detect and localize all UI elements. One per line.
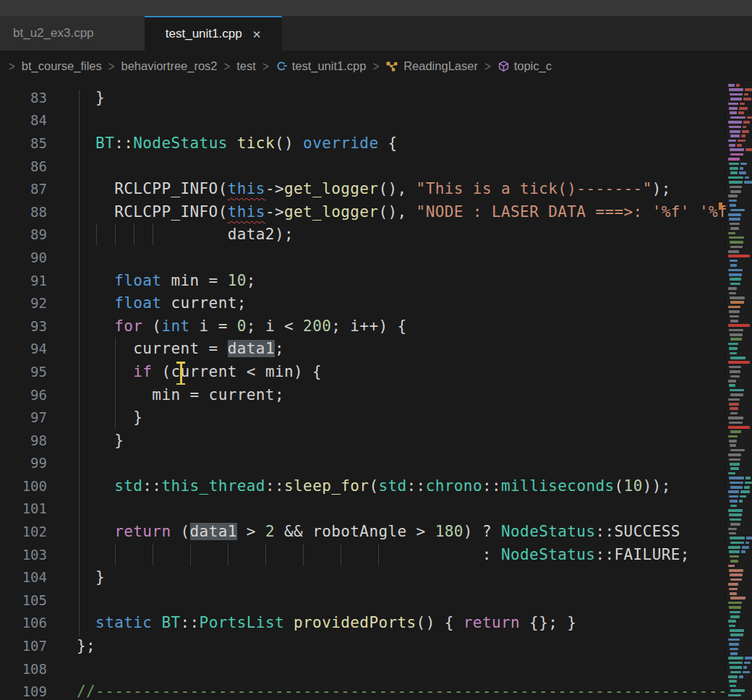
code-text: BT::NodeStatus tick() override { [77, 135, 398, 152]
code-line: 109//-----------------------------------… [0, 680, 752, 700]
line-number: 92 [0, 295, 47, 311]
breadcrumb-item-method[interactable]: topic_c [497, 59, 552, 73]
line-number: 85 [0, 135, 47, 151]
code-line: 93 for (int i = 0; i < 200; i++) { [0, 315, 752, 338]
line-number: 106 [0, 615, 47, 631]
code-text: for (int i = 0; i < 200; i++) { [77, 317, 407, 335]
code-line: 94 current = data1; [0, 338, 752, 361]
close-icon[interactable]: ✕ [252, 29, 262, 40]
chevron-right-icon: > [108, 58, 115, 73]
method-cube-icon [497, 60, 510, 72]
code-text: } [77, 568, 105, 586]
chevron-right-icon: > [224, 58, 231, 73]
line-number: 87 [0, 181, 47, 197]
chevron-right-icon: > [484, 58, 491, 73]
code-line: 97 } [0, 406, 752, 429]
line-number: 86 [0, 158, 47, 174]
code-line: 89 data2); [0, 223, 752, 247]
code-text: current = data1; [77, 340, 284, 357]
line-number: 105 [0, 592, 47, 608]
tab-label: test_unit1.cpp [166, 27, 242, 41]
breadcrumb-item-folder[interactable]: behaviortree_ros2 [121, 59, 218, 73]
line-number: 103 [0, 547, 47, 563]
code-line: 108 [0, 657, 752, 680]
cpp-file-icon [275, 60, 288, 72]
breadcrumb: > bt_course_files > behaviortree_ros2 > … [0, 51, 752, 81]
chevron-right-icon: > [9, 58, 15, 73]
tab-label: bt_u2_ex3.cpp [13, 26, 94, 40]
code-line: 99 [0, 452, 752, 475]
code-text: } [77, 409, 142, 426]
code-line: 88 RCLCPP_INFO(this->get_logger(), "NODE… [0, 200, 752, 223]
breadcrumb-item-folder[interactable]: bt_course_files [22, 59, 102, 73]
code-line: 101 [0, 498, 752, 521]
tab-test-unit1[interactable]: test_unit1.cpp ✕ [145, 16, 282, 51]
code-line: 90 [0, 246, 752, 269]
tab-bt-u2-ex3[interactable]: bt_u2_ex3.cpp [0, 16, 145, 51]
editor-tab-bar: bt_u2_ex3.cpp test_unit1.cpp ✕ [0, 16, 752, 51]
code-text: RCLCPP_INFO(this->get_logger(), "NODE : … [77, 203, 746, 221]
code-text: } [77, 89, 105, 106]
code-text: } [77, 432, 124, 449]
code-line: 85 BT::NodeStatus tick() override { [0, 132, 752, 155]
code-text: static BT::PortsList providedPorts() { r… [77, 614, 576, 631]
code-line: 92 float current; [0, 291, 752, 315]
minimap[interactable] [726, 81, 752, 700]
line-number: 108 [0, 661, 47, 677]
line-number: 88 [0, 204, 47, 220]
line-number: 97 [0, 409, 47, 425]
code-line: 95 if (current < min) { [0, 360, 752, 383]
code-line: 100 std::this_thread::sleep_for(std::chr… [0, 474, 752, 498]
line-number: 95 [0, 364, 47, 380]
code-line: 103 : NodeStatus::FAILURE; [0, 543, 752, 566]
line-number: 93 [0, 318, 47, 334]
window-titlebar [0, 0, 752, 16]
code-line: 87 RCLCPP_INFO(this->get_logger(), "This… [0, 177, 752, 200]
code-text: float min = 10; [77, 272, 256, 289]
class-icon [385, 60, 399, 72]
line-number: 94 [0, 341, 47, 357]
code-line: 84 [0, 109, 752, 132]
line-number: 101 [0, 500, 47, 516]
code-editor[interactable]: 83 }8485 BT::NodeStatus tick() override … [0, 81, 752, 700]
line-number: 83 [0, 90, 47, 106]
line-number: 98 [0, 432, 47, 448]
breadcrumb-item-file[interactable]: test_unit1.cpp [275, 59, 367, 73]
line-number: 84 [0, 112, 47, 128]
line-number: 89 [0, 226, 47, 242]
line-number: 102 [0, 524, 47, 539]
line-number: 96 [0, 387, 47, 403]
code-text: if (current < min) { [77, 363, 322, 380]
line-number: 104 [0, 569, 47, 585]
code-line: 102 return (data1 > 2 && robotAngle > 18… [0, 520, 752, 543]
code-text: //--------------------------------------… [77, 683, 752, 700]
overview-ruler-warning-marker [719, 202, 722, 210]
code-text: min = current; [77, 386, 284, 404]
line-number: 90 [0, 249, 47, 265]
code-text: float current; [77, 294, 247, 312]
chevron-right-icon: > [262, 58, 269, 73]
chevron-right-icon: > [372, 58, 379, 73]
code-line: 83 } [0, 86, 752, 109]
code-line: 96 min = current; [0, 383, 752, 406]
code-text: }; [77, 637, 95, 654]
code-line: 107}; [0, 634, 752, 657]
code-line: 104 } [0, 565, 752, 589]
code-text: data2); [77, 226, 294, 243]
code-text: RCLCPP_INFO(this->get_logger(), "This is… [77, 180, 671, 197]
code-line: 105 [0, 589, 752, 612]
breadcrumb-item-folder[interactable]: test [236, 59, 256, 73]
code-line: 86 [0, 155, 752, 178]
line-number: 107 [0, 638, 47, 654]
code-text: std::this_thread::sleep_for(std::chrono:… [77, 477, 671, 495]
breadcrumb-item-class[interactable]: ReadingLaser [385, 59, 478, 73]
code-lines: 83 }8485 BT::NodeStatus tick() override … [0, 86, 752, 700]
code-line: 106 static BT::PortsList providedPorts()… [0, 612, 752, 635]
line-number: 100 [0, 478, 47, 494]
text-cursor-icon [176, 362, 186, 385]
minimap-line [727, 693, 752, 698]
line-number: 99 [0, 455, 47, 471]
code-line: 98 } [0, 429, 752, 452]
code-text: return (data1 > 2 && robotAngle > 180) ?… [77, 523, 680, 540]
code-line: 91 float min = 10; [0, 269, 752, 292]
